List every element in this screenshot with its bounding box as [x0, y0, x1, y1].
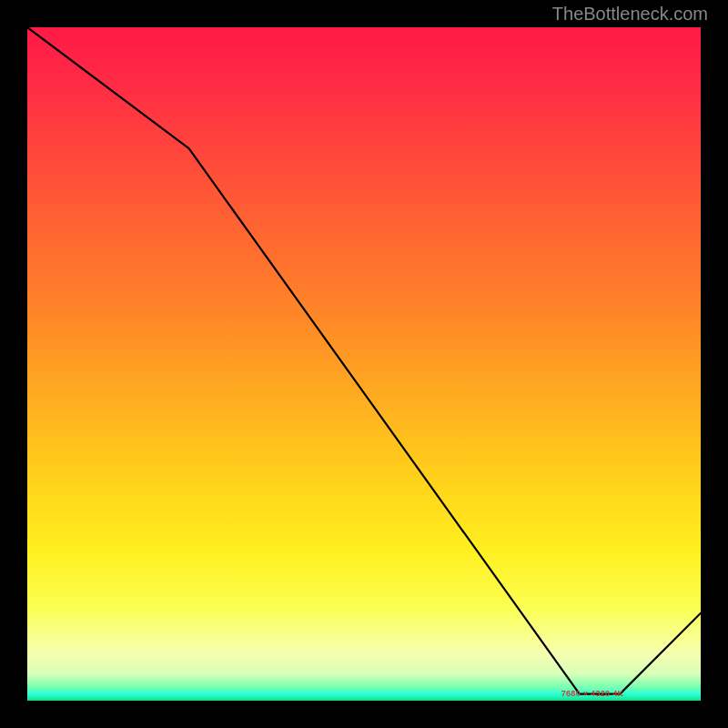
plot-area: 7680 × 4320 4K — [27, 27, 701, 701]
resolution-label: 7680 × 4320 4K — [561, 689, 624, 698]
chart-frame: 7680 × 4320 4K — [0, 0, 728, 728]
watermark-text: TheBottleneck.com — [552, 4, 708, 25]
bottleneck-curve — [27, 27, 701, 701]
